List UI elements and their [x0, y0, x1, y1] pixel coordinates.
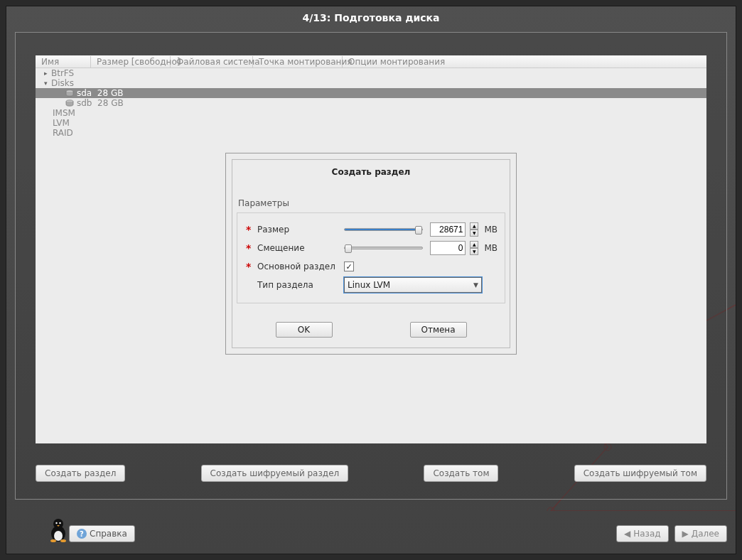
size-input[interactable] — [430, 222, 466, 237]
svg-point-11 — [60, 539, 66, 542]
partition-type-select[interactable]: Linux LVM ▼ — [344, 277, 482, 293]
tree-row[interactable]: RAID — [36, 128, 706, 138]
svg-point-9 — [59, 522, 60, 524]
primary-label: Основной раздел — [257, 262, 340, 271]
back-button[interactable]: ◀ Назад — [616, 525, 669, 542]
tree-row[interactable]: sdb 28 GB — [36, 98, 706, 108]
ok-button[interactable]: OK — [276, 322, 333, 338]
create-partition-button[interactable]: Создать раздел — [36, 465, 125, 482]
svg-point-8 — [55, 522, 57, 524]
disk-icon — [65, 89, 74, 97]
svg-point-6 — [54, 531, 63, 541]
primary-checkbox[interactable]: ✓ — [344, 262, 354, 271]
svg-point-7 — [53, 519, 63, 529]
chevron-right-icon: ▶ — [682, 529, 689, 539]
type-label: Тип раздела — [257, 280, 340, 290]
next-button[interactable]: ▶ Далее — [674, 525, 727, 542]
svg-point-2 — [547, 507, 554, 511]
offset-slider[interactable] — [344, 247, 423, 249]
offset-unit: MB — [484, 243, 498, 253]
tree-row[interactable]: ▾Disks — [36, 78, 706, 88]
tree-row[interactable]: sda 28 GB — [36, 88, 706, 98]
help-button[interactable]: ? Справка — [69, 525, 135, 542]
required-star: * — [246, 224, 253, 235]
page-title: 4/13: Подготовка диска — [6, 6, 736, 29]
main-panel: Имя Размер [свободно] Файловая система Т… — [15, 32, 727, 500]
svg-point-10 — [50, 539, 56, 542]
create-encrypted-volume-button[interactable]: Создать шифруемый том — [574, 465, 706, 482]
chevron-left-icon: ◀ — [624, 529, 630, 539]
create-partition-dialog: Создать раздел Параметры * Размер ▲▼ MB — [225, 153, 517, 355]
dialog-title: Создать раздел — [237, 164, 505, 197]
size-label: Размер — [257, 225, 340, 235]
tree-row[interactable]: LVM — [36, 118, 706, 128]
params-heading: Параметры — [238, 198, 505, 208]
tree-row[interactable]: ▸BtrFS — [36, 68, 706, 78]
required-star: * — [246, 261, 253, 272]
create-encrypted-partition-button[interactable]: Создать шифруемый раздел — [201, 465, 349, 482]
disk-icon — [65, 99, 74, 107]
offset-input[interactable] — [430, 241, 466, 255]
create-volume-button[interactable]: Создать том — [424, 465, 498, 482]
size-spinner[interactable]: ▲▼ — [470, 222, 478, 237]
help-icon: ? — [77, 529, 87, 539]
size-slider[interactable] — [344, 228, 423, 231]
offset-spinner[interactable]: ▲▼ — [470, 241, 478, 255]
cancel-button[interactable]: Отмена — [410, 322, 467, 338]
chevron-down-icon: ▼ — [473, 281, 478, 289]
tree-row[interactable]: IMSM — [36, 108, 706, 118]
logo — [21, 515, 70, 544]
required-star: * — [246, 242, 253, 254]
tree-header: Имя Размер [свободно] Файловая система Т… — [36, 55, 706, 68]
offset-label: Смещение — [257, 243, 340, 253]
size-unit: MB — [484, 225, 498, 235]
